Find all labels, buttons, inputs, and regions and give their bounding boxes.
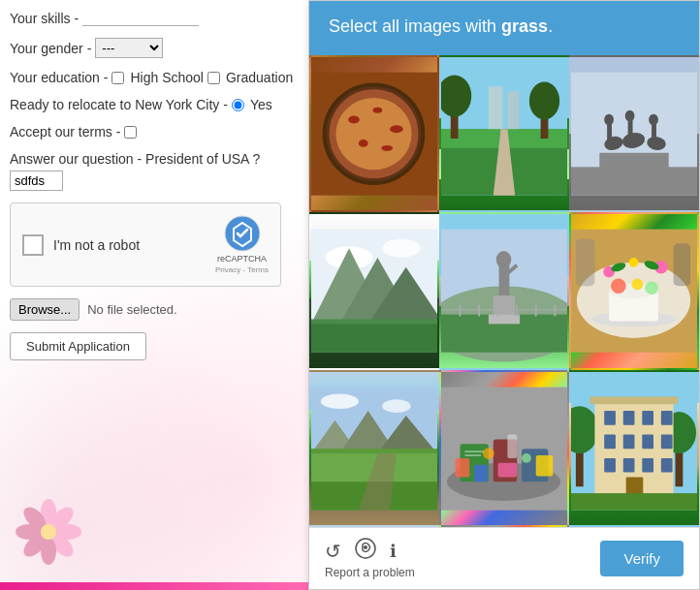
svg-rect-98 — [498, 462, 518, 477]
captcha-image-1[interactable] — [309, 55, 439, 212]
captcha-image-3[interactable] — [569, 55, 699, 212]
relocate-row: Ready to relocate to New York City - Yes — [10, 97, 300, 112]
captcha-header-text: Select all images with — [329, 16, 501, 36]
svg-rect-114 — [661, 411, 673, 425]
question-input[interactable] — [10, 171, 63, 191]
submit-button[interactable]: Submit Application — [10, 332, 146, 360]
svg-rect-116 — [623, 434, 635, 449]
gender-select[interactable]: --- Male Female Other — [95, 38, 163, 58]
svg-point-16 — [390, 125, 403, 133]
file-name-label: No file selected. — [87, 302, 177, 317]
svg-rect-113 — [642, 411, 653, 425]
captcha-img3-svg — [571, 57, 697, 210]
svg-point-71 — [611, 279, 626, 295]
svg-point-6 — [41, 538, 56, 565]
skills-input[interactable] — [82, 10, 199, 26]
svg-rect-41 — [652, 124, 656, 143]
svg-point-127 — [364, 545, 367, 549]
svg-point-7 — [19, 531, 49, 561]
svg-rect-99 — [474, 464, 488, 481]
captcha-img9-svg — [571, 372, 697, 525]
svg-rect-79 — [576, 239, 595, 287]
svg-rect-102 — [507, 434, 517, 457]
svg-rect-50 — [311, 325, 437, 353]
recaptcha-label: I'm not a robot — [53, 237, 140, 253]
svg-rect-96 — [456, 458, 470, 478]
captcha-image-9[interactable] — [569, 370, 699, 527]
refresh-icon[interactable]: ↺ — [325, 540, 341, 563]
form-panel: Your skills - Your gender - --- Male Fem… — [0, 0, 310, 590]
svg-point-3 — [48, 503, 78, 533]
svg-rect-29 — [489, 86, 503, 129]
highschool-checkbox[interactable] — [111, 72, 124, 84]
svg-rect-121 — [642, 458, 653, 473]
graduation-label: Graduation — [226, 70, 293, 85]
svg-point-2 — [41, 499, 56, 526]
submit-row: Submit Application — [10, 332, 300, 360]
info-icon[interactable]: ℹ — [390, 541, 397, 562]
captcha-image-6[interactable] — [569, 212, 699, 369]
svg-rect-38 — [628, 120, 633, 141]
recaptcha-right: reCAPTCHA Privacy - Terms — [215, 215, 269, 274]
verify-button[interactable]: Verify — [600, 541, 684, 576]
audio-icon[interactable] — [355, 538, 376, 564]
svg-point-17 — [359, 140, 368, 147]
svg-rect-33 — [599, 153, 668, 172]
svg-rect-124 — [590, 396, 679, 404]
question-label: Answer our question - President of USA ? — [10, 151, 260, 167]
terms-label: Accept our terms - — [10, 124, 120, 140]
svg-rect-115 — [604, 434, 616, 449]
svg-point-14 — [348, 116, 360, 124]
svg-point-15 — [373, 108, 383, 113]
browse-button[interactable]: Browse... — [10, 298, 80, 321]
svg-point-101 — [522, 453, 531, 463]
svg-rect-80 — [674, 244, 691, 287]
svg-point-9 — [19, 503, 49, 533]
captcha-image-2[interactable] — [439, 55, 569, 212]
svg-point-4 — [54, 524, 81, 540]
svg-rect-122 — [661, 458, 673, 473]
svg-point-100 — [483, 448, 494, 459]
gender-row: Your gender - --- Male Female Other — [10, 38, 300, 58]
bottom-bar — [0, 582, 310, 590]
svg-rect-120 — [623, 458, 635, 473]
svg-point-28 — [529, 81, 559, 119]
svg-rect-35 — [607, 124, 612, 143]
terms-checkbox[interactable] — [124, 126, 137, 139]
svg-point-18 — [381, 145, 393, 151]
svg-rect-118 — [661, 434, 673, 449]
captcha-image-5[interactable] — [439, 212, 569, 369]
captcha-header-bold: grass — [501, 16, 548, 36]
svg-rect-30 — [507, 91, 519, 129]
captcha-img7-svg — [311, 372, 437, 525]
svg-point-45 — [382, 239, 420, 259]
terms-row: Accept our terms - — [10, 124, 300, 140]
recaptcha-logo-icon — [224, 215, 261, 252]
graduation-checkbox[interactable] — [207, 72, 220, 84]
skills-label: Your skills - — [10, 11, 79, 26]
svg-rect-117 — [642, 434, 653, 449]
captcha-img4-svg — [311, 214, 437, 367]
education-label: Your education - — [10, 70, 108, 85]
gender-label: Your gender - — [10, 41, 91, 56]
skills-row: Your skills - — [10, 10, 300, 26]
captcha-img2-svg — [441, 57, 567, 210]
recaptcha-brand: reCAPTCHA — [217, 254, 267, 264]
svg-rect-55 — [489, 315, 520, 325]
captcha-img6-svg — [571, 214, 697, 367]
report-problem-link[interactable]: Report a problem — [325, 566, 415, 579]
svg-rect-112 — [623, 411, 635, 425]
svg-point-1 — [37, 520, 60, 543]
highschool-label: High School — [130, 70, 204, 85]
captcha-image-8[interactable] — [439, 370, 569, 527]
svg-rect-111 — [604, 411, 616, 425]
relocate-radio-yes[interactable] — [232, 99, 244, 111]
svg-point-89 — [321, 393, 359, 409]
captcha-image-4[interactable] — [309, 212, 439, 369]
recaptcha-checkbox[interactable] — [22, 234, 44, 256]
education-row: Your education - High School Graduation — [10, 70, 300, 85]
svg-point-39 — [625, 110, 635, 122]
captcha-image-grid — [309, 52, 699, 527]
recaptcha-left: I'm not a robot — [22, 234, 140, 256]
captcha-image-7[interactable] — [309, 370, 439, 527]
